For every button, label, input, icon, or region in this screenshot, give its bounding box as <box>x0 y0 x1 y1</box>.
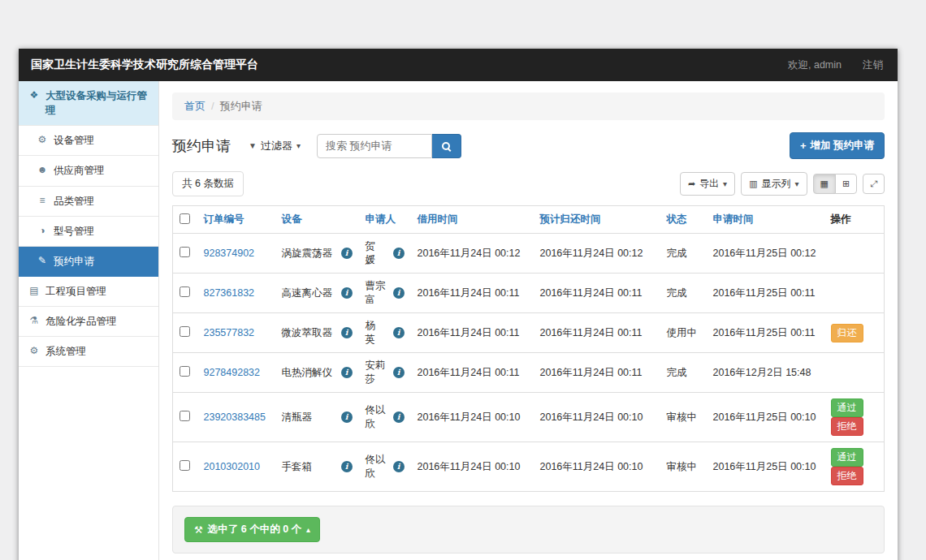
sidebar-item-label: 预约申请 <box>54 254 94 269</box>
approve-button[interactable]: 通过 <box>831 398 863 417</box>
apply-time: 2016年11月25日 00:10 <box>707 442 824 492</box>
info-icon[interactable]: i <box>341 461 353 472</box>
approve-button[interactable]: 通过 <box>831 448 863 467</box>
apply-time: 2016年11月25日 00:11 <box>707 313 824 353</box>
sidebar-group-label: 大型设备采购与运行管理 <box>45 88 152 118</box>
info-icon[interactable]: i <box>341 367 353 378</box>
sidebar-item-chemical-management[interactable]: ⚗ 危险化学品管理 <box>19 307 158 337</box>
fullscreen-button[interactable]: ⤢ <box>863 174 885 194</box>
welcome-text: 欢迎, admin <box>788 58 842 72</box>
main-content: 首页/预约申请 预约申请 ▼ 过滤器 ▾ + <box>159 81 898 560</box>
select-all-checkbox[interactable] <box>180 213 190 224</box>
order-id-link[interactable]: 23920383485 <box>204 411 266 423</box>
sidebar-item-label: 系统管理 <box>45 344 86 359</box>
th-device[interactable]: 设备 <box>275 206 359 234</box>
info-icon[interactable]: i <box>393 287 405 299</box>
filter-dropdown[interactable]: ▼ 过滤器 ▾ <box>249 139 301 153</box>
actions-cell <box>824 353 885 393</box>
logout-link[interactable]: 注销 <box>863 58 883 72</box>
row-checkbox[interactable] <box>180 366 190 377</box>
bulk-actions-panel: ⚒ 选中了 6 个中的 0 个 ▴ <box>172 506 885 554</box>
chevron-down-icon: ▾ <box>795 179 799 188</box>
sidebar-item-device-management[interactable]: ⚙ 设备管理 <box>19 126 158 156</box>
th-borrow-time[interactable]: 借用时间 <box>411 206 534 234</box>
row-checkbox[interactable] <box>180 460 190 471</box>
th-status[interactable]: 状态 <box>660 206 707 234</box>
compact-view-button[interactable]: ▦ <box>813 174 836 194</box>
applicant-name: 安莉莎 <box>366 359 388 386</box>
info-icon[interactable]: i <box>393 367 405 378</box>
row-checkbox[interactable] <box>180 247 190 257</box>
export-label: 导出 <box>699 177 719 191</box>
row-checkbox[interactable] <box>180 286 190 297</box>
navbar: 国家卫生计生委科学技术研究所综合管理平台 欢迎, admin 注销 <box>19 49 898 81</box>
th-applicant[interactable]: 申请人 <box>359 206 411 234</box>
chevron-down-icon: ▾ <box>296 141 301 150</box>
chevron-down-icon: ▾ <box>723 179 727 188</box>
return-button[interactable]: 归还 <box>831 324 863 342</box>
wide-view-button[interactable]: ⊞ <box>835 174 857 194</box>
return-time: 2016年11月24日 00:12 <box>534 234 660 274</box>
toolbar: 预约申请 ▼ 过滤器 ▾ + 增加 预约申请 <box>172 132 885 159</box>
reject-button[interactable]: 拒绝 <box>831 417 863 436</box>
order-id-link[interactable]: 9278492832 <box>204 367 261 378</box>
table-row: 9278492832 电热消解仪i 安莉莎i 2016年11月24日 00:11… <box>173 353 885 393</box>
info-icon[interactable]: i <box>393 461 405 472</box>
applicant-name: 佟以欣 <box>366 403 388 431</box>
borrow-time: 2016年11月24日 00:10 <box>411 393 534 442</box>
order-id-link[interactable]: 2010302010 <box>204 461 261 472</box>
sidebar-item-label: 危险化学品管理 <box>45 314 117 329</box>
order-id-link[interactable]: 235577832 <box>204 327 255 338</box>
order-id-link[interactable]: 928374902 <box>204 248 255 259</box>
users-icon: ☻ <box>37 163 48 177</box>
cubes-icon: ❖ <box>28 88 40 102</box>
row-checkbox[interactable] <box>180 326 190 337</box>
status-text: 审核中 <box>660 442 707 492</box>
sidebar-item-project-management[interactable]: ▤ 工程项目管理 <box>19 277 158 307</box>
sidebar-item-reservation-request[interactable]: ✎ 预约申请 <box>19 247 158 277</box>
status-text: 审核中 <box>660 393 707 442</box>
info-icon[interactable]: i <box>341 248 353 259</box>
th-apply-time[interactable]: 申请时间 <box>707 206 824 234</box>
grid-compact-icon: ▦ <box>820 179 829 189</box>
borrow-time: 2016年11月24日 00:11 <box>411 313 534 353</box>
add-reservation-button[interactable]: + 增加 预约申请 <box>790 132 885 159</box>
export-button[interactable]: ➦ 导出 ▾ <box>680 172 735 196</box>
device-name: 清瓶器 <box>282 411 313 424</box>
folder-icon: ▤ <box>28 284 40 298</box>
th-order-id[interactable]: 订单编号 <box>197 206 275 234</box>
status-text: 完成 <box>660 274 707 313</box>
order-id-link[interactable]: 827361832 <box>204 287 255 299</box>
info-icon[interactable]: i <box>393 411 405 423</box>
table-row: 235577832 微波萃取器i 杨 英i 2016年11月24日 00:11 … <box>173 313 885 353</box>
filter-label: 过滤器 <box>261 139 292 153</box>
table-row: 23920383485 清瓶器i 佟以欣i 2016年11月24日 00:10 … <box>173 393 885 442</box>
sidebar-group-equipment-procurement[interactable]: ❖ 大型设备采购与运行管理 <box>19 81 158 126</box>
breadcrumb-home-link[interactable]: 首页 <box>184 100 206 112</box>
view-controls: ➦ 导出 ▾ ▥ 显示列 ▾ ▦ ⊞ <box>680 172 885 196</box>
th-return-time[interactable]: 预计归还时间 <box>534 206 660 234</box>
bulk-selected-button[interactable]: ⚒ 选中了 6 个中的 0 个 ▴ <box>184 517 320 542</box>
info-icon[interactable]: i <box>341 327 353 338</box>
borrow-time: 2016年11月24日 00:11 <box>411 353 534 393</box>
sidebar-item-label: 设备管理 <box>54 133 94 148</box>
sidebar-item-model-management[interactable]: ◑ 型号管理 <box>19 217 158 247</box>
status-text: 使用中 <box>660 313 707 353</box>
return-time: 2016年11月24日 00:11 <box>534 274 660 313</box>
search-input[interactable] <box>317 134 432 158</box>
reject-button[interactable]: 拒绝 <box>831 467 863 485</box>
search-button[interactable] <box>432 134 461 158</box>
info-icon[interactable]: i <box>393 327 405 338</box>
sidebar-item-system-management[interactable]: ⚙ 系统管理 <box>19 337 158 367</box>
apply-time: 2016年11月25日 00:11 <box>707 274 824 313</box>
columns-button[interactable]: ▥ 显示列 ▾ <box>741 172 807 196</box>
adjust-icon: ◑ <box>37 224 48 238</box>
device-icon: ⚙ <box>37 133 48 147</box>
info-icon[interactable]: i <box>393 248 405 259</box>
sidebar-item-supplier-management[interactable]: ☻ 供应商管理 <box>19 156 158 186</box>
info-icon[interactable]: i <box>341 411 353 423</box>
sidebar-item-category-management[interactable]: ≡ 品类管理 <box>19 187 158 217</box>
row-checkbox[interactable] <box>180 411 190 421</box>
info-icon[interactable]: i <box>341 287 353 299</box>
expand-icon: ⤢ <box>870 179 877 189</box>
